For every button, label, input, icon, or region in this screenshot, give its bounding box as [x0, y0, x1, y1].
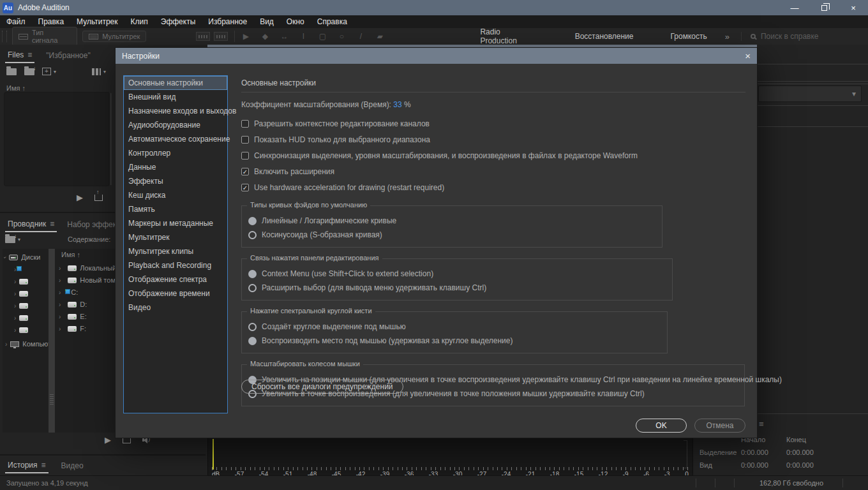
import-files-icon[interactable] [24, 68, 34, 75]
tab-explorer[interactable]: Проводник ≡ [5, 217, 57, 232]
panel-menu-icon[interactable]: ≡ [27, 50, 32, 59]
checkbox-row[interactable]: Показать HUD только для выбранного диапа… [241, 135, 745, 144]
marquee-tool-icon[interactable]: I [299, 32, 308, 41]
chevron-right-icon[interactable]: › [59, 325, 61, 332]
ok-button[interactable]: OK [636, 419, 687, 433]
category-item-auto-save[interactable]: Автоматическое сохранение [124, 132, 227, 146]
category-item-video[interactable]: Видео [124, 301, 227, 315]
close-button[interactable]: × [839, 0, 868, 15]
tree-drive-row[interactable]: › [14, 276, 49, 287]
chevron-right-icon[interactable]: › [14, 302, 16, 309]
razor-tool-icon[interactable]: ◆ [260, 32, 269, 41]
editor-dropdown-partial[interactable]: ▾ [758, 85, 862, 102]
batch-process-icon[interactable] [92, 68, 101, 75]
category-item-time-display[interactable]: Отображение времени [124, 286, 227, 301]
radio-selected[interactable] [248, 337, 257, 345]
category-item-memory[interactable]: Память [124, 202, 227, 216]
workspace-loudness[interactable]: Громкость [670, 32, 707, 41]
dialog-titlebar[interactable]: Настройки × [116, 48, 757, 64]
menu-edit[interactable]: Правка [32, 17, 71, 26]
checkbox-unchecked[interactable] [241, 136, 249, 144]
help-search[interactable]: Поиск в справке [741, 32, 868, 41]
checkbox-unchecked[interactable] [241, 152, 249, 160]
chevron-right-icon[interactable]: › [59, 301, 61, 308]
tree-drive-row[interactable]: › [14, 312, 49, 323]
move-tool-icon[interactable]: ▶ [241, 32, 250, 41]
chevron-right-icon[interactable]: › [14, 290, 16, 297]
chevron-right-icon[interactable]: › [5, 341, 7, 348]
radio-unselected[interactable] [248, 284, 257, 292]
files-scrollbar[interactable] [110, 93, 112, 185]
restore-button[interactable] [809, 0, 839, 15]
tree-computer-row[interactable]: › Компьютер [5, 338, 49, 350]
workspace-radio-production[interactable]: Radio Production [480, 27, 537, 45]
eraser-tool-icon[interactable]: ▰ [375, 32, 384, 41]
time-selection-tool-icon[interactable]: ↔ [280, 32, 288, 41]
category-item-multitrack-clips[interactable]: Мультитрек клипы [124, 244, 227, 258]
panel-menu-icon[interactable]: ≡ [41, 461, 46, 470]
chevron-right-icon[interactable]: › [59, 289, 61, 296]
view-end-value[interactable]: 0:00.000 [786, 461, 814, 469]
category-item-appearance[interactable]: Внешний вид [124, 90, 227, 104]
selection-end-value[interactable]: 0:00.000 [786, 449, 814, 456]
waveform-display-icon[interactable] [214, 32, 228, 41]
chevron-expanded-icon[interactable]: › [4, 256, 8, 258]
category-item-control-surface[interactable]: Контроллер [124, 146, 227, 160]
menu-favorites[interactable]: Избранное [202, 17, 253, 26]
checkbox-row[interactable]: Use hardware acceleration for drawing (r… [241, 183, 745, 192]
category-item-playback-recording[interactable]: Playback and Recording [124, 258, 227, 272]
chevron-right-icon[interactable]: › [59, 277, 61, 284]
reset-warnings-button[interactable]: Сбросить все диалоги предупреждений [241, 380, 403, 394]
waveform-view-button[interactable]: Тип сигнала [12, 27, 77, 46]
radio-option[interactable]: Расширить выбор (для вывода меню удержив… [248, 281, 672, 295]
radio-option[interactable]: Создаёт круглое выделение под мышью [248, 320, 667, 334]
open-file-icon[interactable] [6, 68, 17, 75]
rectangle-selection-tool-icon[interactable]: ▢ [318, 32, 327, 41]
panel-menu-icon[interactable]: ≡ [50, 219, 54, 228]
radio-option[interactable]: Косинусоида (S-образная кривая) [248, 228, 662, 242]
checkbox-row[interactable]: Включить расширения [241, 167, 745, 176]
selection-start-value[interactable]: 0:00.000 [741, 449, 768, 456]
tree-root-row[interactable]: › Диски [4, 251, 49, 263]
play-icon[interactable]: ▶ [77, 193, 83, 202]
radio-option[interactable]: Воспроизводить место под мышью (удержива… [248, 334, 667, 348]
radio-selected[interactable] [248, 270, 257, 278]
chevron-right-icon[interactable]: › [14, 266, 16, 273]
category-item-spectral-display[interactable]: Отображение спектра [124, 272, 227, 286]
category-item-media-cache[interactable]: Кеш диска [124, 188, 227, 202]
menu-clip[interactable]: Клип [124, 17, 154, 26]
chevron-right-icon[interactable]: › [14, 278, 16, 285]
new-item-icon[interactable]: + [42, 68, 51, 75]
tab-video[interactable]: Видео [59, 458, 86, 473]
tab-files[interactable]: Files ≡ [5, 48, 34, 63]
radio-unselected[interactable] [248, 231, 257, 239]
import-icon[interactable] [5, 236, 15, 243]
toolbar-grip[interactable] [2, 31, 7, 42]
minimize-button[interactable]: — [780, 0, 809, 15]
radio-selected[interactable] [248, 217, 257, 225]
tree-drive-row[interactable]: › [14, 264, 49, 275]
zoom-factor-value[interactable]: 33 [393, 100, 401, 109]
cancel-button[interactable]: Отмена [694, 419, 745, 433]
menu-effects[interactable]: Эффекты [154, 17, 202, 26]
radio-option[interactable]: Линейные / Логарифмические кривые [248, 214, 662, 228]
paintbrush-tool-icon[interactable]: / [356, 32, 365, 41]
checkbox-row[interactable]: Разрешить контекстное редактирование кан… [241, 119, 745, 128]
files-list-empty[interactable] [4, 92, 110, 186]
dialog-close-icon[interactable]: × [745, 50, 751, 61]
menu-window[interactable]: Окно [280, 17, 311, 26]
category-item-markers-metadata[interactable]: Маркеры и метаданные [124, 216, 227, 230]
caret-down-icon[interactable]: ▾ [54, 69, 56, 75]
caret-down-icon[interactable]: ▾ [18, 237, 20, 242]
panel-menu-icon[interactable]: ≡ [759, 419, 764, 429]
checkbox-unchecked[interactable] [241, 120, 249, 128]
caret-down-icon[interactable]: ▾ [103, 69, 106, 75]
tree-scrollbar[interactable] [49, 249, 55, 433]
checkbox-checked[interactable] [241, 168, 249, 175]
menu-view[interactable]: Вид [253, 17, 280, 26]
lasso-tool-icon[interactable]: ○ [337, 32, 346, 41]
category-item-multitrack[interactable]: Мультитрек [124, 230, 227, 244]
checkbox-checked[interactable] [241, 184, 249, 191]
workspace-overflow-icon[interactable]: » [725, 32, 730, 41]
menu-file[interactable]: Файл [0, 17, 32, 26]
